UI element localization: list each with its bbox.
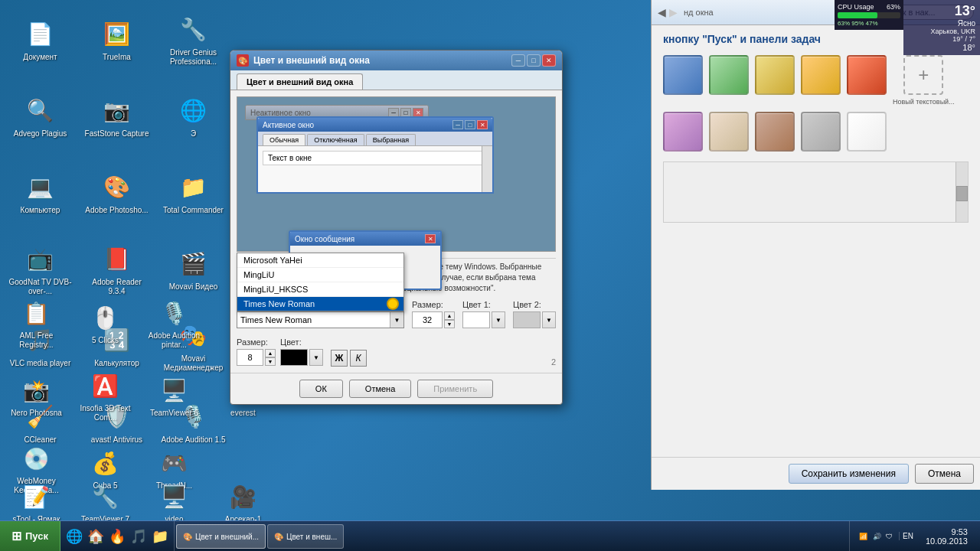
dialog-apply-button[interactable]: Применить [417,380,493,398]
font-item-mingliu-hkscs[interactable]: MingLiU_HKSCS [237,282,403,297]
size-spinner[interactable]: ▲ ▼ [444,311,455,328]
desktop-icon-aml[interactable]: 📋 AML Free Registry... [4,295,69,353]
taskbar-icon-folder[interactable]: 📁 [149,526,171,547]
right-panel-breadcrumb: нд окна [684,8,714,17]
nav-forward-icon[interactable]: ▶ [669,6,678,18]
clock: 9:53 10.09.2013 [920,527,974,546]
preview-area: Неактивное окно ─ □ ✕ Активное окно ─ [237,96,556,252]
dialog-minimize-button[interactable]: ─ [511,54,525,67]
desktop-icon-document[interactable]: 📄 Документ [4,4,77,77]
new-theme-button[interactable]: + Новый текстовый... [893,55,955,106]
taskbar-icon-ie[interactable]: 🌐 [64,526,85,547]
preview-tab-disabled[interactable]: Отключённая [307,134,364,145]
tray-icon-network[interactable]: 📶 [859,533,867,540]
preview-scrollbar[interactable] [482,146,492,192]
desktop-icon-insofia-3d[interactable]: 🅰️ Insofia 3D Text Com... [73,367,138,425]
taskbar-item1-label: Цвет и внешний... [195,533,259,541]
font-color-dropdown-arrow[interactable]: ▼ [309,349,323,366]
font-size-input[interactable] [237,349,263,366]
desktop-icon-total-commander[interactable]: 📁 Total Commander [157,157,230,230]
taskbar-item-dialog1[interactable]: 🎨 Цвет и внешний... [176,524,266,549]
tray-icon-security[interactable]: 🛡 [886,533,893,540]
desktop-icon-faststone[interactable]: 📷 FastStone Capture [80,80,153,153]
color-swatch-blue[interactable] [663,55,703,95]
taskbar-icon-firefox[interactable]: 🔥 [106,526,128,547]
font-item-microsoft-yahei[interactable]: Microsoft YaHei [237,253,403,268]
dialog-body: Неактивное окно ─ □ ✕ Активное окно ─ [230,90,562,373]
desktop-icon-nero-photosna[interactable]: 📸 Nero Photosna [4,367,69,425]
element-size-input[interactable] [412,311,443,328]
font-row: Размер: ▲ ▼ Цвет: ▼ [237,337,556,367]
cpu-core2: 95% [851,20,864,27]
dialog-close-button[interactable]: ✕ [542,54,556,67]
desktop-icon-teamviewer6[interactable]: 🖥️ TeamViewer 6 [142,367,207,425]
font-color-button[interactable] [280,349,308,366]
dialog-cancel-button[interactable]: Отмена [349,380,411,398]
taskbar-item2-icon: 🎨 [274,533,283,541]
font-item-mingliu[interactable]: MingLiU [237,268,403,282]
dialog-tab-color[interactable]: Цвет и внешний вид окна [237,73,363,90]
weather-low: 7° [969,35,975,43]
color-swatch-yellow[interactable] [755,55,795,95]
nav-back-icon[interactable]: ◀ [658,6,666,18]
size-up-button[interactable]: ▲ [444,311,455,320]
color1-dropdown-arrow[interactable]: ▼ [492,311,505,328]
panel-cancel-button[interactable]: Отмена [915,464,974,484]
dialog-ok-button[interactable]: ОК [299,380,343,398]
right-panel: ◀ ▶ нд окна 🔍 кнопку "Пуск" и панели зад… [651,0,980,490]
color-swatches-row2 [652,112,980,158]
cpu-core3: 47% [866,20,878,27]
desktop-icon-trueimage[interactable]: 🖼️ TrueIma [80,4,153,77]
scrollbar-thumb[interactable] [956,186,968,201]
dropdown-arrow-icon[interactable]: ▼ [390,312,403,328]
color-swatch-tan[interactable] [709,112,749,152]
desktop-icon-photoshop[interactable]: 🎨 Adobe Photosho... [80,157,153,230]
scrollbar[interactable] [956,162,968,222]
font-size-down[interactable]: ▼ [265,357,276,366]
color1-label: Цвет 1: [462,300,505,309]
desktop-icon-advego[interactable]: 🔍 Advego Plagius [4,80,77,153]
quick-launch: 🌐 🏠 🔥 🎵 📁 [60,521,175,552]
desktop-icon-drivergenius[interactable]: 🔧 Driver Genius Professiona... [157,4,230,77]
taskbar-icon-windows[interactable]: 🏠 [85,526,106,547]
taskbar-item-dialog2[interactable]: 🎨 Цвет и внеш... [267,524,344,549]
weather-condition: Ясно [908,19,975,28]
taskbar-item1-icon: 🎨 [183,533,192,541]
font-size-spinner[interactable]: ▲ ▼ [265,349,276,366]
font-item-times-new-roman[interactable]: Times New Roman [237,297,403,311]
color1-button[interactable] [462,311,490,328]
save-changes-button[interactable]: Сохранить изменения [789,464,909,484]
color-appearance-dialog: 🎨 Цвет и внешний вид окна ─ □ ✕ Цвет и в… [230,50,563,405]
language-indicator[interactable]: EN [899,532,916,540]
color2-dropdown-arrow[interactable]: ▼ [542,311,556,328]
inactive-window-title: Неактивное окно [250,109,385,117]
color-swatch-red[interactable] [847,55,887,95]
color-swatch-purple[interactable] [663,112,703,152]
color-swatch-gray[interactable] [801,112,841,152]
desktop-icon-e[interactable]: 🌐 Э [157,80,230,153]
bold-button[interactable]: Ж [331,350,348,367]
tray-icon-volume[interactable]: 🔊 [873,533,881,540]
size-down-button[interactable]: ▼ [444,320,455,328]
element-select-row: Times New Roman ▼ Microsoft YaHei MingLi… [237,311,404,328]
font-dropdown-list: Microsoft YaHei MingLiU MingLiU_HKSCS Ti… [237,253,404,311]
taskbar-items-area: 🎨 Цвет и внешний... 🎨 Цвет и внеш... [175,521,849,551]
start-button[interactable]: ⊞ Пуск [0,521,60,552]
color-swatch-white[interactable] [847,112,887,152]
insofia-3d-label: Insofia 3D Text Com... [76,404,135,422]
color-swatch-orange[interactable] [801,55,841,95]
desktop-icon-computer[interactable]: 💻 Компьютер [4,157,77,230]
preview-tab-normal[interactable]: Обычная [263,134,305,145]
element-dropdown[interactable]: Times New Roman ▼ [237,311,404,328]
desktop-icon-5clicks[interactable]: 🖱️ 5 Clicks [73,295,138,353]
taskbar-icon-media[interactable]: 🎵 [128,526,149,547]
desktop-icon-audition2[interactable]: 🎙️ Adobe Audition pintar... [142,295,207,353]
color-swatch-green[interactable] [709,55,749,95]
italic-button[interactable]: К [350,350,367,367]
preview-tab-selected[interactable]: Выбранная [366,134,416,145]
color-swatch-brown[interactable] [755,112,795,152]
color2-label: Цвет 2: [513,300,556,309]
color2-button[interactable] [513,311,541,328]
dialog-maximize-button[interactable]: □ [527,54,541,67]
font-size-up[interactable]: ▲ [265,349,276,357]
